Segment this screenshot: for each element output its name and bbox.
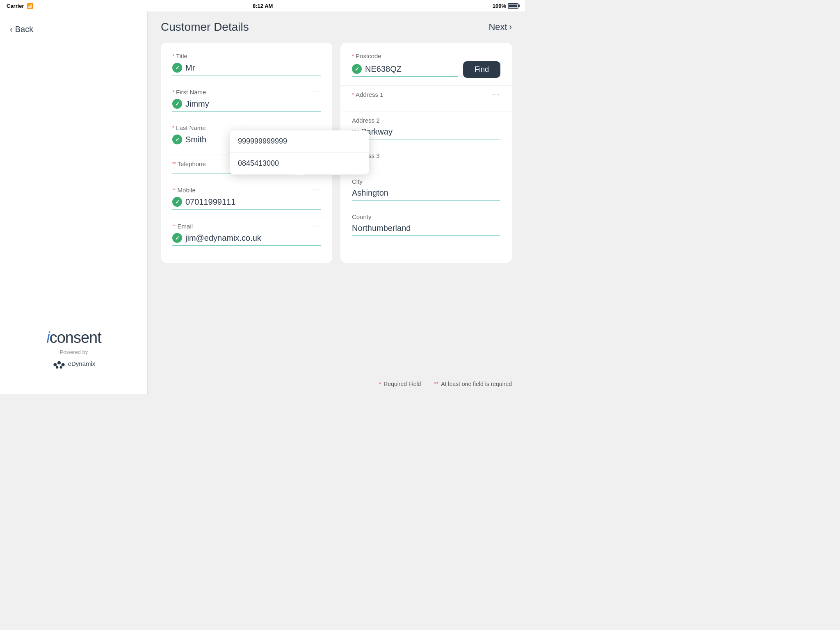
svg-point-4: [59, 366, 62, 368]
title-checkmark: [172, 63, 182, 73]
svg-point-1: [57, 361, 61, 364]
address2-value-row[interactable]: ry Parkway: [352, 126, 500, 139]
svg-point-0: [53, 363, 57, 366]
postcode-field-group: * Postcode NE638QZ Find: [352, 52, 500, 78]
address3-field-group: Address 3: [352, 152, 500, 165]
city-label: City: [352, 178, 363, 185]
powered-by-label: Powered by: [60, 349, 88, 355]
mobile-value: 07011999111: [185, 197, 235, 207]
email-menu-icon[interactable]: ···: [313, 222, 321, 230]
postcode-required-star: *: [352, 53, 354, 59]
divider-2: [161, 119, 332, 119]
required-star-footer: *: [379, 381, 381, 387]
first-name-value: Jimmy: [185, 99, 209, 109]
divider-4: [161, 181, 332, 181]
next-button[interactable]: Next ›: [488, 22, 512, 32]
address1-field-group: * Address 1 ···: [352, 91, 500, 104]
at-least-one-note: ** At least one field is required: [434, 381, 512, 387]
county-field-group: County Northumberland: [352, 213, 500, 236]
main-content: Customer Details Next › * Title Mr: [148, 11, 525, 394]
first-name-label: First Name: [176, 89, 206, 96]
divider-5: [161, 217, 332, 217]
first-name-value-row[interactable]: Jimmy: [172, 97, 321, 112]
mobile-required-star: **: [172, 187, 176, 192]
city-value: Ashington: [352, 188, 388, 198]
back-button[interactable]: ‹ Back: [0, 20, 43, 39]
title-field-group: * Title Mr: [172, 52, 321, 75]
edynamix-label: eDynamix: [68, 360, 96, 367]
battery-percent: 100%: [493, 3, 506, 9]
status-bar: Carrier 📶 8:12 AM 100%: [0, 0, 525, 11]
mobile-field-label: ** Mobile ···: [172, 186, 321, 194]
email-field-label: ** Email ···: [172, 222, 321, 230]
postcode-value-row: NE638QZ Find: [352, 61, 500, 78]
email-required-star: **: [172, 224, 176, 228]
city-value-row[interactable]: Ashington: [352, 187, 500, 201]
city-field-label: City: [352, 178, 500, 185]
divider-1: [161, 83, 332, 83]
postcode-field-label: * Postcode: [352, 52, 500, 59]
svg-point-2: [61, 363, 64, 366]
email-value-row[interactable]: jim@edynamix.co.uk: [172, 231, 321, 246]
top-bar: Customer Details Next ›: [148, 11, 525, 43]
autocomplete-arrow: [295, 174, 304, 175]
first-name-required-star: *: [172, 89, 174, 95]
last-name-value: Smith: [185, 135, 206, 144]
postcode-value: NE638QZ: [365, 64, 402, 74]
first-name-menu-icon[interactable]: ···: [313, 88, 321, 96]
title-label: Title: [176, 52, 187, 59]
address2-field-group: Address 2 ry Parkway: [352, 117, 500, 139]
carrier-label: Carrier: [7, 3, 24, 9]
last-name-checkmark: [172, 135, 182, 144]
telephone-required-star: **: [172, 161, 176, 166]
logo-consent: consent: [50, 329, 101, 346]
title-value-row[interactable]: Mr: [172, 61, 321, 75]
last-name-required-star: *: [172, 125, 174, 131]
first-name-field-label: * First Name ···: [172, 88, 321, 96]
county-field-label: County: [352, 213, 500, 220]
address3-field-label: Address 3: [352, 152, 500, 159]
county-value-row[interactable]: Northumberland: [352, 222, 500, 236]
address1-required-star: *: [352, 91, 354, 98]
status-battery: 100%: [493, 3, 518, 9]
last-name-label: Last Name: [176, 124, 206, 131]
back-label: Back: [15, 25, 33, 34]
address1-menu-icon[interactable]: ···: [493, 91, 500, 98]
mobile-label: Mobile: [178, 187, 196, 194]
required-field-label: Required Field: [383, 381, 421, 387]
logo-icon-i: i: [46, 329, 49, 346]
email-label: Email: [178, 223, 193, 230]
next-chevron-icon: ›: [509, 22, 512, 32]
email-value: jim@edynamix.co.uk: [185, 233, 261, 243]
telephone-label: Telephone: [178, 160, 206, 167]
address1-value-row[interactable]: [352, 100, 500, 104]
autocomplete-item-2[interactable]: 0845413000: [230, 153, 369, 175]
mobile-menu-icon[interactable]: ···: [313, 186, 321, 194]
address1-label: Address 1: [356, 91, 383, 98]
first-name-checkmark: [172, 99, 182, 109]
double-star-footer: **: [434, 381, 438, 387]
r-divider-5: [340, 208, 512, 208]
title-value: Mr: [185, 63, 195, 73]
address3-value-row[interactable]: [352, 161, 500, 165]
battery-icon: [508, 3, 518, 9]
r-divider-2: [340, 112, 512, 112]
find-button[interactable]: Find: [463, 61, 500, 78]
address2-label: Address 2: [352, 117, 380, 124]
at-least-one-label: At least one field is required: [441, 381, 512, 387]
sidebar: ‹ Back iconsent Powered by eDynamix: [0, 11, 148, 394]
autocomplete-item-1[interactable]: 999999999999: [230, 130, 369, 153]
postcode-input-row[interactable]: NE638QZ: [352, 62, 458, 77]
logo-area: iconsent Powered by eDynamix: [0, 329, 148, 369]
autocomplete-dropdown: 999999999999 0845413000: [230, 130, 369, 175]
email-checkmark: [172, 233, 182, 243]
r-divider-1: [340, 85, 512, 86]
back-chevron-icon: ‹: [10, 25, 13, 34]
address2-field-label: Address 2: [352, 117, 500, 124]
wifi-icon: 📶: [27, 3, 33, 9]
mobile-value-row[interactable]: 07011999111: [172, 195, 321, 210]
city-field-group: City Ashington: [352, 178, 500, 201]
postcode-label: Postcode: [356, 52, 381, 59]
svg-point-3: [56, 366, 58, 368]
status-carrier: Carrier 📶: [7, 3, 33, 9]
